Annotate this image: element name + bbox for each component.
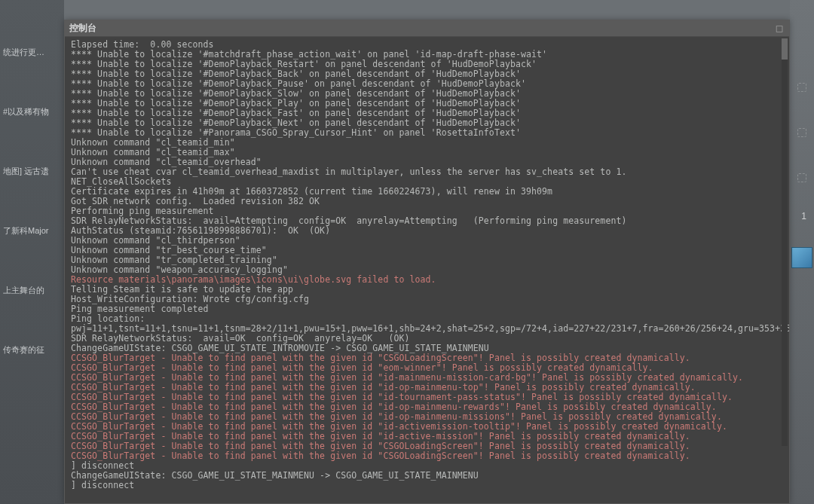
- console-titlebar[interactable]: 控制台 □: [65, 20, 789, 37]
- scrollbar-track[interactable]: [782, 38, 788, 446]
- console-line: Can't use cheat cvar cl_teamid_overhead_…: [71, 167, 783, 177]
- background-rightpanel: 1: [790, 0, 814, 504]
- sidebar-item: 了新科Major: [0, 224, 64, 238]
- sidebar-item: 上主舞台的: [0, 283, 64, 298]
- sidebar-item: #以及稀有物: [0, 105, 64, 119]
- console-window: 控制台 □ Elapsed time: 0.00 seconds**** Una…: [64, 20, 790, 504]
- console-line: ] disconnect: [71, 481, 783, 490]
- console-output[interactable]: Elapsed time: 0.00 seconds**** Unable to…: [71, 40, 783, 490]
- dot-icon: [797, 173, 806, 182]
- console-line: ChangeGameUIState: CSGO_GAME_UI_STATE_MA…: [71, 471, 783, 481]
- dot-icon: [797, 83, 806, 92]
- sidebar-item: 统进行更…: [0, 45, 64, 60]
- scrollbar-thumb[interactable]: [782, 38, 788, 60]
- right-indicator-dots: [797, 83, 806, 182]
- console-line: Ping measurement completed: [71, 304, 783, 314]
- console-title: 控制台: [69, 22, 96, 35]
- console-body: Elapsed time: 0.00 seconds**** Unable to…: [65, 37, 789, 503]
- console-line: CCSGO_BlurTarget - Unable to find panel …: [71, 451, 783, 461]
- close-icon[interactable]: □: [774, 23, 785, 34]
- background-sidebar: 统进行更… #以及稀有物 地图] 远古遗 了新科Major 上主舞台的 传奇赛的…: [0, 0, 64, 504]
- avatar[interactable]: [791, 247, 812, 268]
- sidebar-item: 地图] 远古遗: [0, 164, 64, 179]
- sidebar-item: 传奇赛的征: [0, 343, 64, 357]
- right-number: 1: [801, 211, 806, 221]
- dot-icon: [797, 128, 806, 137]
